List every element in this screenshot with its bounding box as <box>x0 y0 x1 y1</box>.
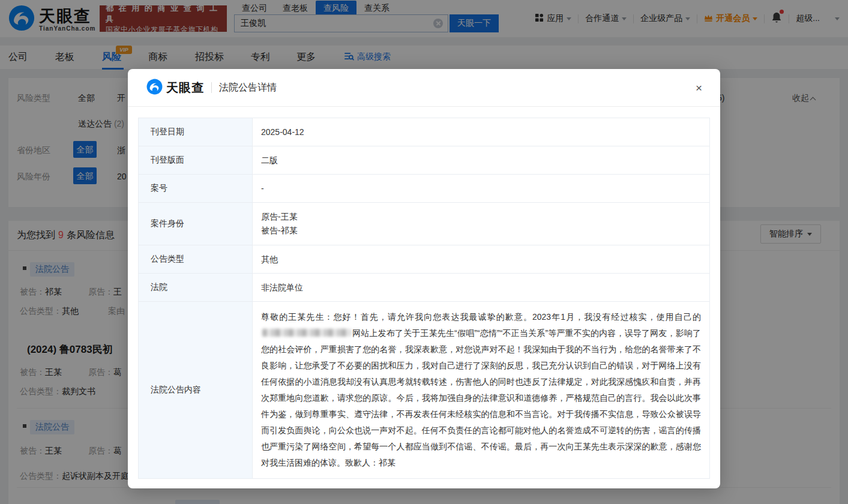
table-row: 案号 - <box>139 175 710 203</box>
table-row: 刊登日期 2025-04-12 <box>139 118 710 146</box>
row-label: 案件身份 <box>139 203 253 245</box>
censored-text-blur <box>262 329 351 337</box>
row-value: 原告-王某 被告-祁某 <box>253 203 710 245</box>
party-plaintiff: 原告-王某 <box>261 210 701 224</box>
row-label: 法院 <box>139 274 253 302</box>
tianyancha-logo-icon <box>146 79 163 97</box>
row-value: - <box>253 175 710 203</box>
row-label: 公告类型 <box>139 245 253 274</box>
party-defendant: 被告-祁某 <box>261 224 701 238</box>
row-value: 二版 <box>253 146 710 175</box>
modal-brand: 天眼查 <box>166 80 204 96</box>
row-value: 非法院单位 <box>253 274 710 302</box>
table-row: 法院 非法院单位 <box>139 274 710 302</box>
close-icon[interactable]: × <box>696 82 702 94</box>
row-value: 2025-04-12 <box>253 118 710 146</box>
table-row: 刊登版面 二版 <box>139 146 710 175</box>
row-label: 法院公告内容 <box>139 302 253 479</box>
notice-content-part1: 尊敬的王某先生：您好！首先，请允许我向您表达我最诚挚的歉意。2023年1月，我没… <box>261 312 701 322</box>
notice-content-part2: 网站上发布了关于王某先生“假唱”“恋情”“不正当关系”等严重不实的内容，误导了网… <box>261 328 701 467</box>
detail-table: 刊登日期 2025-04-12 刊登版面 二版 案号 - 案件身份 原告-王某 … <box>138 118 710 479</box>
modal-body: 刊登日期 2025-04-12 刊登版面 二版 案号 - 案件身份 原告-王某 … <box>128 107 720 488</box>
notice-content: 尊敬的王某先生：您好！首先，请允许我向您表达我最诚挚的歉意。2023年1月，我没… <box>253 302 710 479</box>
row-value: 其他 <box>253 245 710 274</box>
court-notice-detail-modal: 天眼查 法院公告详情 × 刊登日期 2025-04-12 刊登版面 二版 案号 … <box>128 69 720 488</box>
table-row: 公告类型 其他 <box>139 245 710 274</box>
row-label: 刊登日期 <box>139 118 253 146</box>
table-row: 案件身份 原告-王某 被告-祁某 <box>139 203 710 245</box>
modal-title: 法院公告详情 <box>219 82 277 94</box>
divider <box>211 82 212 93</box>
row-label: 案号 <box>139 175 253 203</box>
table-row: 法院公告内容 尊敬的王某先生：您好！首先，请允许我向您表达我最诚挚的歉意。202… <box>139 302 710 479</box>
modal-header: 天眼查 法院公告详情 × <box>128 69 720 107</box>
row-label: 刊登版面 <box>139 146 253 175</box>
